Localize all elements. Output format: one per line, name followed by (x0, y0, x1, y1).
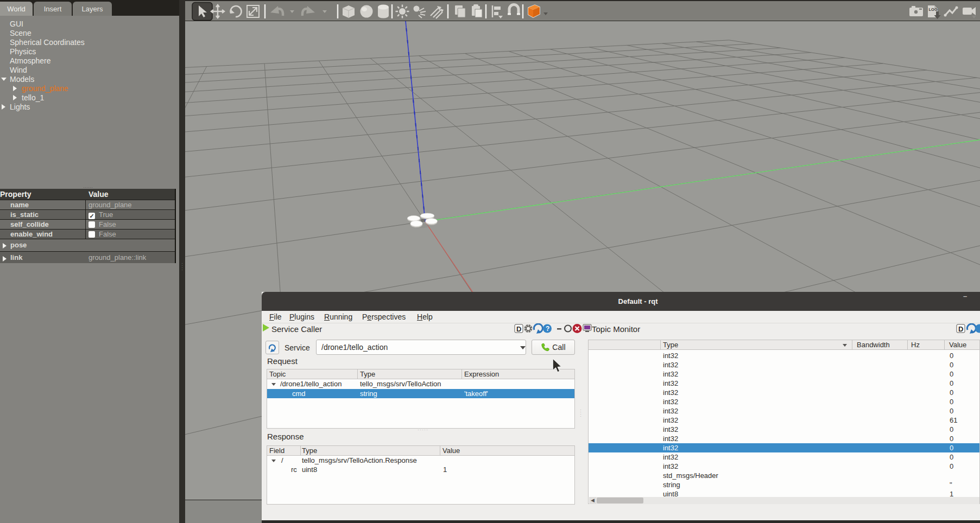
svg-text:D: D (958, 325, 963, 333)
svg-text:LOG: LOG (929, 7, 938, 12)
svg-text:D: D (516, 325, 521, 333)
svg-text:?: ? (546, 325, 549, 333)
